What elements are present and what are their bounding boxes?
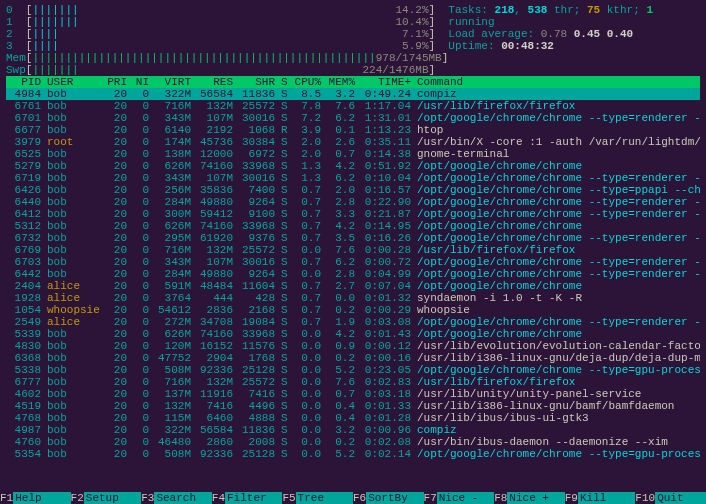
col-time[interactable]: TIME+ — [358, 76, 414, 88]
htop-screen: 0 [||||||| 14.2%]1 [||||||| 10.4%]2 [|||… — [0, 0, 706, 464]
meter-0: 0 [||||||| 14.2%] — [6, 4, 448, 16]
process-row[interactable]: 5279bob200626M7416033968S1.34.20:51.92/o… — [6, 160, 700, 172]
process-row[interactable]: 1054whoopsie2005461228362168S0.70.20:00.… — [6, 304, 700, 316]
tasks-line: Tasks: 218, 538 thr; 75 kthr; 1 running — [448, 4, 700, 28]
process-row[interactable]: 6732bob200295M619209376S0.73.50:16.26/op… — [6, 232, 700, 244]
col-shr[interactable]: SHR — [236, 76, 278, 88]
process-row[interactable]: 2549alice200272M3470819084S0.71.90:03.08… — [6, 316, 700, 328]
system-info: Tasks: 218, 538 thr; 75 kthr; 1 running … — [448, 4, 700, 76]
col-cpu[interactable]: CPU% — [290, 76, 324, 88]
process-table[interactable]: PIDUSERPRINIVIRTRESSHRSCPU%MEM%TIME+Comm… — [6, 76, 700, 460]
process-row[interactable]: 4760bob2004648028602008S0.00.20:02.08/us… — [6, 436, 700, 448]
meter-mem: Mem[||||||||||||||||||||||||||||||||||||… — [6, 52, 448, 64]
fkey-f10[interactable]: F10Quit — [635, 492, 706, 504]
meter-panel: 0 [||||||| 14.2%]1 [||||||| 10.4%]2 [|||… — [6, 4, 448, 76]
load-average-line: Load average: 0.78 0.45 0.40 — [448, 28, 700, 40]
process-row[interactable]: 1928alice2003764444428S0.70.00:01.32synd… — [6, 292, 700, 304]
process-row[interactable]: 5338bob200508M9233625128S0.05.20:23.05/o… — [6, 364, 700, 376]
fkey-f1[interactable]: F1Help — [0, 492, 71, 504]
process-row[interactable]: 6701bob200343M107M30016S7.26.21:31.01/op… — [6, 112, 700, 124]
fkey-f8[interactable]: F8Nice + — [494, 492, 565, 504]
process-row[interactable]: 4984bob200322M5658411836S8.53.20:49.24co… — [6, 88, 700, 100]
process-row[interactable]: 5339bob200626M7416033968S0.04.20:01.43/o… — [6, 328, 700, 340]
meter-2: 2 [|||| 7.1%] — [6, 28, 448, 40]
meter-swp: Swp[||||||| 224/1476MB] — [6, 64, 448, 76]
fkey-f3[interactable]: F3Search — [141, 492, 212, 504]
meter-3: 3 [|||| 5.9%] — [6, 40, 448, 52]
process-row[interactable]: 6426bob200256M358367400S0.72.00:16.57/op… — [6, 184, 700, 196]
process-row[interactable]: 6769bob200716M132M25572S0.07.60:00.28/us… — [6, 244, 700, 256]
fkey-f9[interactable]: F9Kill — [565, 492, 636, 504]
top-summary: 0 [||||||| 14.2%]1 [||||||| 10.4%]2 [|||… — [6, 4, 700, 76]
process-row[interactable]: 4768bob200115M64604888S0.00.40:01.28/usr… — [6, 412, 700, 424]
meter-1: 1 [||||||| 10.4%] — [6, 16, 448, 28]
process-row[interactable]: 3979root200174M4573630384S2.02.60:35.11/… — [6, 136, 700, 148]
fkey-f2[interactable]: F2Setup — [71, 492, 142, 504]
col-pid[interactable]: PID — [6, 76, 44, 88]
process-row[interactable]: 6761bob200716M132M25572S7.87.61:17.04/us… — [6, 100, 700, 112]
fkey-f7[interactable]: F7Nice - — [424, 492, 495, 504]
process-row[interactable]: 6440bob200284M498809264S0.72.80:22.90/op… — [6, 196, 700, 208]
col-command[interactable]: Command — [414, 76, 700, 88]
process-row[interactable]: 6777bob200716M132M25572S0.07.60:02.83/us… — [6, 376, 700, 388]
process-row[interactable]: 6442bob200284M498809264S0.02.80:04.99/op… — [6, 268, 700, 280]
process-row[interactable]: 4987bob200322M5658411836S0.03.20:00.96co… — [6, 424, 700, 436]
process-row[interactable]: 6719bob200343M107M30016S1.36.20:10.04/op… — [6, 172, 700, 184]
col-user[interactable]: USER — [44, 76, 102, 88]
process-row[interactable]: 6703bob200343M107M30016S0.76.20:00.72/op… — [6, 256, 700, 268]
process-row[interactable]: 6412bob200300M594129100S0.73.30:21.87/op… — [6, 208, 700, 220]
fkey-f5[interactable]: F5Tree — [282, 492, 353, 504]
col-ni[interactable]: NI — [130, 76, 152, 88]
process-row[interactable]: 6525bob200138M120006972S2.00.70:14.38gno… — [6, 148, 700, 160]
col-pri[interactable]: PRI — [102, 76, 130, 88]
fkey-f6[interactable]: F6SortBy — [353, 492, 424, 504]
col-s[interactable]: S — [278, 76, 290, 88]
col-virt[interactable]: VIRT — [152, 76, 194, 88]
process-row[interactable]: 4602bob200137M119167416S0.00.70:03.18/us… — [6, 388, 700, 400]
process-row[interactable]: 4830bob200120M1615211576S0.00.90:00.12/u… — [6, 340, 700, 352]
table-header[interactable]: PIDUSERPRINIVIRTRESSHRSCPU%MEM%TIME+Comm… — [6, 76, 700, 88]
uptime-line: Uptime: 00:48:32 — [448, 40, 700, 52]
process-row[interactable]: 5354bob200508M9233625128S0.05.20:02.14/o… — [6, 448, 700, 460]
process-row[interactable]: 6677bob200614021921068R3.90.11:13.23htop — [6, 124, 700, 136]
fkey-f4[interactable]: F4Filter — [212, 492, 283, 504]
process-row[interactable]: 4519bob200132M74164496S0.00.40:01.33/usr… — [6, 400, 700, 412]
process-row[interactable]: 2404alice200591M4848411604S0.72.70:07.04… — [6, 280, 700, 292]
function-key-bar: F1HelpF2SetupF3SearchF4FilterF5TreeF6Sor… — [0, 492, 706, 504]
col-mem[interactable]: MEM% — [324, 76, 358, 88]
col-res[interactable]: RES — [194, 76, 236, 88]
process-row[interactable]: 6368bob2004775229041768S0.00.20:00.16/us… — [6, 352, 700, 364]
process-row[interactable]: 5312bob200626M7416033968S0.74.20:14.95/o… — [6, 220, 700, 232]
